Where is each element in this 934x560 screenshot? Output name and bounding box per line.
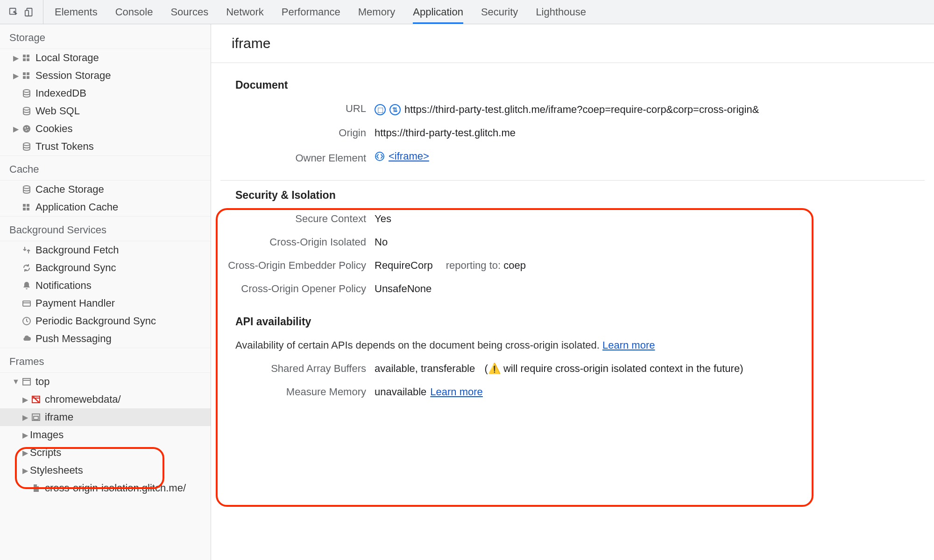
frame-iframe[interactable]: ▶ iframe xyxy=(0,408,211,426)
sidebar-item-payment-handler[interactable]: Payment Handler xyxy=(0,294,211,312)
sidebar-item-trust-tokens[interactable]: Trust Tokens xyxy=(0,138,211,155)
inspect-element-icon[interactable] xyxy=(8,7,19,17)
open-network-panel-icon[interactable]: ⇅ xyxy=(389,104,401,115)
background-header: Background Services xyxy=(0,216,211,241)
label: Session Storage xyxy=(35,70,111,82)
sync-icon xyxy=(21,263,33,273)
api-section: API availability xyxy=(220,311,925,334)
label: Background Fetch xyxy=(35,244,119,256)
svg-point-18 xyxy=(23,143,30,146)
label: Owner Element xyxy=(220,152,375,164)
learn-more-link[interactable]: Learn more xyxy=(602,339,655,351)
label: cross-origin-isolation.glitch.me/ xyxy=(45,482,186,494)
cookie-icon xyxy=(21,124,33,133)
window-error-icon xyxy=(30,395,42,404)
storage-icon xyxy=(21,203,33,212)
database-icon xyxy=(21,185,33,194)
svg-point-11 xyxy=(23,90,30,92)
label: Periodic Background Sync xyxy=(35,315,156,327)
learn-more-link[interactable]: Learn more xyxy=(430,386,483,398)
label: Application Cache xyxy=(35,201,118,213)
window-icon xyxy=(21,377,33,386)
database-icon xyxy=(21,89,33,98)
label: Scripts xyxy=(30,447,61,459)
expand-icon: ▶ xyxy=(21,395,30,404)
tab-memory[interactable]: Memory xyxy=(358,0,395,24)
tab-performance[interactable]: Performance xyxy=(282,0,340,24)
sidebar-item-websql[interactable]: Web SQL xyxy=(0,102,211,120)
reveal-element-icon[interactable]: ⬚ xyxy=(375,104,386,115)
value: Yes xyxy=(375,213,925,225)
owner-element-row: Owner Element <iframe> xyxy=(220,145,925,170)
tab-sources[interactable]: Sources xyxy=(170,0,208,24)
svg-rect-9 xyxy=(23,76,26,79)
label: Origin xyxy=(220,127,375,139)
sidebar-item-cache-storage[interactable]: Cache Storage xyxy=(0,181,211,198)
frame-top[interactable]: ▼ top xyxy=(0,373,211,391)
label: Secure Context xyxy=(220,213,375,225)
expand-icon: ▶ xyxy=(21,466,30,475)
svg-rect-5 xyxy=(23,58,26,61)
devtools-toolbar: Elements Console Sources Network Perform… xyxy=(0,0,934,24)
label: Cache Storage xyxy=(35,183,104,196)
cloud-icon xyxy=(21,334,33,343)
fetch-icon xyxy=(21,245,33,255)
sidebar-item-background-fetch[interactable]: Background Fetch xyxy=(0,241,211,259)
warning-icon: ⚠️ xyxy=(488,363,501,374)
sidebar-item-indexeddb[interactable]: IndexedDB xyxy=(0,84,211,102)
label: Cookies xyxy=(35,123,72,135)
tab-application[interactable]: Application xyxy=(413,0,463,24)
frame-scripts[interactable]: ▶ Scripts xyxy=(0,444,211,462)
label: Images xyxy=(30,429,64,441)
tab-console[interactable]: Console xyxy=(115,0,153,24)
svg-point-15 xyxy=(27,127,28,128)
reporting-value: coep xyxy=(503,259,526,271)
frame-stylesheets[interactable]: ▶ Stylesheets xyxy=(0,462,211,479)
sidebar-item-local-storage[interactable]: ▶ Local Storage xyxy=(0,49,211,67)
frame-images[interactable]: ▶ Images xyxy=(0,426,211,444)
sidebar-item-cookies[interactable]: ▶ Cookies xyxy=(0,120,211,138)
expand-icon: ▶ xyxy=(21,413,30,422)
database-icon xyxy=(21,142,33,151)
sidebar-item-notifications[interactable]: Notifications xyxy=(0,277,211,294)
frame-resource[interactable]: cross-origin-isolation.glitch.me/ xyxy=(0,479,211,497)
svg-rect-23 xyxy=(27,208,29,210)
tab-lighthouse[interactable]: Lighthouse xyxy=(536,0,586,24)
sidebar-item-session-storage[interactable]: ▶ Session Storage xyxy=(0,67,211,84)
tab-network[interactable]: Network xyxy=(226,0,264,24)
label: Cross-Origin Opener Policy xyxy=(220,283,375,295)
card-icon xyxy=(21,299,33,308)
reporting-label: reporting to: xyxy=(446,259,501,271)
frame-details: iframe Document URL ⬚ ⇅ https://third-pa… xyxy=(211,24,934,560)
label: Background Sync xyxy=(35,262,116,274)
storage-header: Storage xyxy=(0,24,211,49)
tab-elements[interactable]: Elements xyxy=(55,0,98,24)
label: top xyxy=(35,376,50,388)
svg-line-31 xyxy=(33,397,39,403)
svg-rect-10 xyxy=(27,76,29,79)
owner-element-link[interactable]: <iframe> xyxy=(389,150,429,162)
storage-icon xyxy=(21,71,33,80)
svg-point-14 xyxy=(25,127,26,129)
sidebar-item-application-cache[interactable]: Application Cache xyxy=(0,198,211,216)
svg-rect-3 xyxy=(23,55,26,57)
tab-security[interactable]: Security xyxy=(481,0,518,24)
coop-row: Cross-Origin Opener Policy UnsafeNone xyxy=(220,277,925,301)
page-title: iframe xyxy=(211,24,934,63)
label: Measure Memory xyxy=(220,386,375,398)
frame-chromewebdata[interactable]: ▶ chromewebdata/ xyxy=(0,391,211,408)
sidebar-item-push-messaging[interactable]: Push Messaging xyxy=(0,330,211,348)
svg-rect-24 xyxy=(23,301,30,306)
sidebar-item-background-sync[interactable]: Background Sync xyxy=(0,259,211,277)
label: Notifications xyxy=(35,280,92,292)
svg-rect-21 xyxy=(27,204,29,207)
database-icon xyxy=(21,106,33,116)
label: Cross-Origin Embedder Policy xyxy=(220,259,375,272)
value: No xyxy=(375,236,925,248)
device-toolbar-icon[interactable] xyxy=(24,7,35,17)
coep-row: Cross-Origin Embedder Policy RequireCorp… xyxy=(220,254,925,277)
label: Local Storage xyxy=(35,52,99,64)
label: Stylesheets xyxy=(30,464,83,476)
sidebar-item-periodic-sync[interactable]: Periodic Background Sync xyxy=(0,312,211,330)
svg-point-13 xyxy=(23,125,30,133)
